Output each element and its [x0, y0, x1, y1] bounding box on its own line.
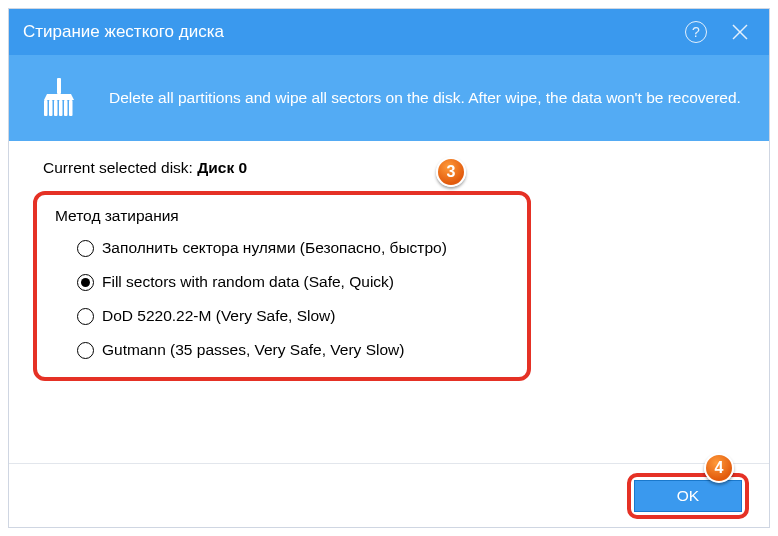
- window-title: Стирание жесткого диска: [23, 22, 685, 42]
- title-bar: Стирание жесткого диска ?: [9, 9, 769, 55]
- wipe-method-title: Метод затирания: [55, 207, 509, 225]
- svg-rect-5: [54, 100, 58, 116]
- selected-disk-label: Current selected disk:: [43, 159, 197, 176]
- svg-rect-8: [69, 100, 73, 116]
- info-banner: Delete all partitions and wipe all secto…: [9, 55, 769, 141]
- radio-icon[interactable]: [77, 274, 94, 291]
- wipe-method-option[interactable]: Fill sectors with random data (Safe, Qui…: [77, 273, 509, 291]
- radio-icon[interactable]: [77, 308, 94, 325]
- dialog-footer: OK: [9, 463, 769, 527]
- banner-text: Delete all partitions and wipe all secto…: [109, 88, 741, 109]
- radio-icon[interactable]: [77, 240, 94, 257]
- wipe-method-option[interactable]: DoD 5220.22-M (Very Safe, Slow): [77, 307, 509, 325]
- dialog-window: Стирание жесткого диска ? Delete all p: [8, 8, 770, 528]
- callout-badge-4: 4: [704, 453, 734, 483]
- wipe-method-panel: Метод затирания Заполнить сектора нулями…: [33, 191, 531, 381]
- radio-label: Заполнить сектора нулями (Безопасно, быс…: [102, 239, 447, 257]
- selected-disk-value: Диск 0: [197, 159, 247, 176]
- svg-rect-7: [64, 100, 68, 116]
- radio-label: DoD 5220.22-M (Very Safe, Slow): [102, 307, 335, 325]
- brush-icon: [37, 76, 81, 120]
- svg-rect-2: [57, 78, 61, 94]
- ok-highlight: OK: [627, 473, 749, 519]
- radio-icon[interactable]: [77, 342, 94, 359]
- close-icon[interactable]: [729, 21, 751, 43]
- svg-rect-3: [44, 100, 48, 116]
- selected-disk-line: Current selected disk: Диск 0: [43, 159, 745, 177]
- svg-rect-4: [49, 100, 53, 116]
- callout-badge-3: 3: [436, 157, 466, 187]
- radio-label: Fill sectors with random data (Safe, Qui…: [102, 273, 394, 291]
- svg-rect-6: [59, 100, 63, 116]
- wipe-method-option[interactable]: Заполнить сектора нулями (Безопасно, быс…: [77, 239, 509, 257]
- help-icon[interactable]: ?: [685, 21, 707, 43]
- radio-label: Gutmann (35 passes, Very Safe, Very Slow…: [102, 341, 404, 359]
- ok-button[interactable]: OK: [634, 480, 742, 512]
- dialog-body: Current selected disk: Диск 0 Метод зати…: [9, 141, 769, 381]
- wipe-method-option[interactable]: Gutmann (35 passes, Very Safe, Very Slow…: [77, 341, 509, 359]
